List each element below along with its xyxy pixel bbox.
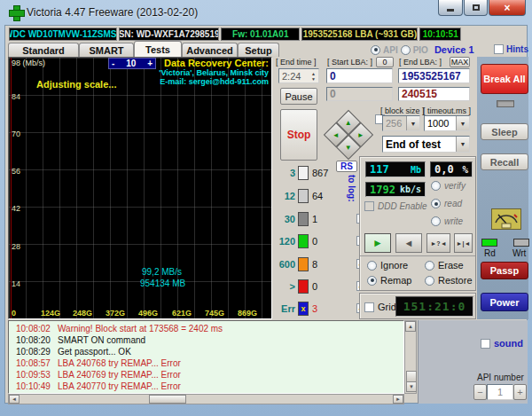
y-tick: 98 (Mb/s) [12, 59, 45, 67]
down-arrow-icon: ▼ [345, 143, 352, 151]
api-radio[interactable] [371, 45, 380, 55]
seek-test-button[interactable]: ►?◄ [426, 233, 450, 253]
dropdown-arrow-icon[interactable]: ▼ [406, 116, 419, 130]
seek-end-button[interactable]: ►|◄ [454, 233, 473, 253]
up-arrow-icon: ▲ [345, 118, 352, 126]
tab-setup[interactable]: Setup [238, 43, 279, 57]
hscroll-thumb[interactable] [149, 395, 186, 404]
log-hscrollbar[interactable]: ◄ ► [8, 394, 404, 404]
percent-unit: % [462, 164, 468, 176]
scroll-left-icon[interactable]: ◄ [9, 395, 20, 404]
maximize-button[interactable] [464, 0, 488, 16]
log-message: SMART ON command [58, 335, 145, 345]
sound-group: sound [481, 338, 523, 349]
title-bar[interactable]: Victoria 4.47 Freeware (2013-02-20) × [0, 0, 532, 25]
seek-question-icon: ►?◄ [430, 240, 446, 247]
end-lba-label: [ End LBA: ] [399, 58, 442, 67]
device-label: Device 1 [434, 44, 474, 55]
close-button[interactable]: × [489, 0, 526, 16]
max-lba-button[interactable]: MAX [450, 57, 470, 67]
rs-button[interactable]: RS [336, 161, 357, 172]
verify-radio[interactable] [431, 181, 441, 191]
seek-pad: ▲ ◄ ► ▼ [326, 113, 371, 157]
x-tick: 869G [238, 309, 257, 318]
timeout-combo[interactable]: 1000 ▼ [424, 115, 470, 131]
spinner-arrows-icon[interactable]: ▲▼ [311, 71, 316, 82]
start-button[interactable]: ► [364, 233, 391, 253]
log-vscrollbar[interactable]: ▲ ▼ [404, 320, 417, 394]
restore-radio[interactable] [425, 276, 434, 286]
pause-button[interactable]: Pause [280, 88, 317, 105]
test-controls-panel: [ End time ] [ Start LBA: ] 0 [ End LBA:… [272, 57, 477, 319]
bin-label: 12 [276, 191, 295, 201]
sound-checkbox[interactable] [481, 339, 490, 349]
passp-button[interactable]: Passp [481, 262, 528, 279]
scroll-down-icon[interactable]: ▼ [406, 381, 417, 392]
y-tick: 70 [12, 130, 20, 138]
log-time: 10:10:49 [16, 381, 51, 391]
hints-checkbox[interactable] [494, 44, 504, 54]
speed-value: 1792 [370, 184, 395, 196]
read-radio[interactable] [431, 199, 441, 208]
tab-standard[interactable]: Standard [8, 43, 79, 57]
back-button[interactable]: ◄ [395, 233, 422, 253]
api-number-minus-button[interactable]: − [473, 384, 487, 400]
power-button[interactable]: Power [481, 293, 528, 311]
start-lba-input[interactable]: 0 [326, 68, 393, 83]
x-tick: 124G [41, 309, 60, 318]
read-led [481, 239, 497, 247]
bin-label: 3 [276, 168, 295, 178]
bin-row: 30 1 [276, 211, 317, 226]
maximize-icon [473, 4, 480, 11]
scale-minus-button[interactable]: - [112, 59, 114, 68]
erase-radio[interactable] [425, 261, 434, 271]
scroll-up-icon[interactable]: ▲ [405, 321, 416, 332]
banner-title: Data Recovery Center: [159, 58, 269, 68]
end-time-value: 2:24 [282, 71, 301, 82]
clock: 10:10:51 [419, 27, 461, 41]
remap-radio[interactable] [367, 276, 377, 286]
recall-button[interactable]: Recall [481, 153, 528, 170]
write-radio[interactable] [431, 216, 441, 226]
speed-display: 1792 kb/s [365, 182, 426, 197]
api-number-plus-button[interactable]: + [513, 384, 527, 400]
bin-count: 8 [312, 259, 317, 270]
scale-plus-button[interactable]: + [147, 59, 153, 68]
tab-smart[interactable]: SMART [79, 43, 134, 57]
bin-block [298, 189, 309, 203]
tab-tests[interactable]: Tests [134, 41, 182, 57]
grid-checkbox[interactable] [364, 302, 374, 312]
minimize-button[interactable] [438, 0, 463, 16]
block-size-label: [ block size ] [380, 106, 425, 115]
dropdown-arrow-icon[interactable]: ▼ [456, 137, 469, 152]
speed-unit: kb/s [400, 184, 421, 194]
start-lba-zero-button[interactable]: 0 [376, 57, 394, 67]
tab-advanced[interactable]: Advanced [182, 43, 238, 57]
percent-value: 0,0 [434, 163, 454, 176]
mb-unit: Mb [411, 165, 421, 175]
stop-button[interactable]: Stop [280, 109, 317, 161]
mb-value: 117 [370, 163, 389, 176]
log-side-panel: sound API number − 1 + [418, 320, 528, 404]
after-action-combo[interactable]: End of test ▼ [382, 136, 470, 153]
end-time-spinner[interactable]: 2:24 ▲▼ [278, 68, 319, 83]
scroll-right-icon[interactable]: ► [393, 395, 403, 404]
defect-lba-field[interactable]: 240515 [398, 87, 470, 101]
grid-timer-group: Grid 151:21:0 [359, 293, 476, 319]
pio-radio[interactable] [401, 45, 411, 55]
ddd-enable-checkbox[interactable] [364, 201, 374, 211]
break-all-button[interactable]: Break All [481, 64, 528, 94]
y-tick: 28 [12, 242, 20, 251]
bin-block [298, 166, 309, 180]
block-size-combo[interactable]: 256 ▼ [382, 115, 420, 131]
x-tick: 0 [12, 309, 16, 318]
bin-row: 600 8 [276, 256, 317, 271]
dropdown-arrow-icon[interactable]: ▼ [456, 116, 469, 130]
bin-label: 120 [276, 236, 295, 247]
end-lba-input[interactable]: 1953525167 [398, 68, 470, 83]
status-group: 117 Mb 0,0 % 1792 kb/s DDD Enable ve [359, 156, 476, 291]
sleep-button[interactable]: Sleep [481, 123, 528, 140]
ignore-radio[interactable] [367, 261, 377, 271]
ddd-enable-label: DDD Enable [378, 201, 427, 211]
action-erase: Erase [425, 260, 464, 271]
